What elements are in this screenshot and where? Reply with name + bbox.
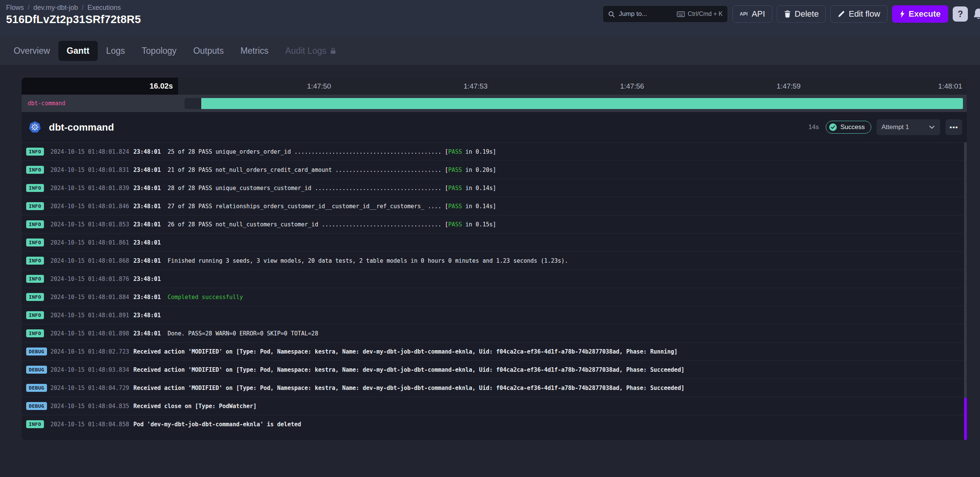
- log-message-part: in 0.14s]: [462, 203, 496, 210]
- log-level-cell: INFO: [26, 330, 50, 337]
- tab-label: Metrics: [240, 46, 268, 56]
- log-row: INFO2024-10-15 01:48:01.89123:48:01: [22, 306, 967, 324]
- execute-button[interactable]: Execute: [892, 5, 948, 23]
- log-message-part: 23:48:01: [134, 312, 161, 319]
- search-shortcut: Ctrl/Cmd + K: [677, 11, 723, 17]
- api-icon: API: [740, 11, 748, 17]
- breadcrumb-item[interactable]: dev.my-dbt-job: [33, 4, 78, 12]
- breadcrumb-item[interactable]: Flows: [6, 4, 24, 12]
- log-message-part: Finished running 3 seeds, 3 view models,…: [161, 257, 568, 264]
- tab-topology[interactable]: Topology: [134, 41, 185, 61]
- api-button[interactable]: API API: [733, 5, 772, 23]
- kubernetes-icon: [29, 121, 41, 134]
- log-level-badge: INFO: [26, 202, 44, 210]
- log-timestamp: 2024-10-15 01:48:02.723: [50, 348, 134, 355]
- log-message: 23:48:01: [134, 312, 161, 319]
- log-message-part: PASS: [448, 166, 462, 173]
- log-message-part: 26 of 28 PASS not_null_customers_custome…: [161, 221, 448, 228]
- pencil-icon: [837, 11, 845, 18]
- log-row: DEBUG2024-10-15 01:48:03.834Received act…: [22, 360, 967, 379]
- tab-label: Overview: [14, 46, 50, 56]
- tab-gantt[interactable]: Gantt: [58, 41, 98, 61]
- tab-logs[interactable]: Logs: [98, 41, 134, 61]
- log-message-part: Received action 'MODIFIED' on [Type: Pod…: [134, 348, 678, 355]
- more-options-button[interactable]: •••: [945, 119, 962, 135]
- gantt-task-row: dbt-command: [22, 95, 967, 112]
- search-placeholder: Jump to...: [619, 10, 647, 18]
- log-message-part: 23:48:01: [134, 185, 161, 192]
- jump-to-search[interactable]: Jump to... Ctrl/Cmd + K: [603, 5, 728, 23]
- log-row: INFO2024-10-15 01:48:01.86123:48:01: [22, 233, 967, 251]
- gantt-duration-label: 16.02s: [22, 78, 178, 95]
- tab-outputs[interactable]: Outputs: [185, 41, 232, 61]
- log-timestamp: 2024-10-15 01:48:04.858: [50, 421, 134, 428]
- help-icon: ?: [958, 9, 963, 19]
- log-timestamp: 2024-10-15 01:48:01.891: [50, 312, 134, 319]
- log-message-part: in 0.19s]: [462, 148, 496, 155]
- log-level-badge: INFO: [26, 239, 44, 246]
- log-message-part: 21 of 28 PASS not_null_orders_credit_car…: [161, 166, 448, 173]
- log-row: INFO2024-10-15 01:48:01.87623:48:01: [22, 269, 967, 288]
- log-message-part: Completed successfully: [167, 294, 243, 301]
- log-level-cell: DEBUG: [26, 402, 50, 410]
- log-message-part: Received action 'MODIFIED' on [Type: Pod…: [134, 385, 684, 391]
- log-scrollbar-thumb[interactable]: [964, 398, 967, 440]
- execute-button-label: Execute: [909, 9, 940, 19]
- topbar-actions: Jump to... Ctrl/Cmd + K API API Delete E…: [603, 5, 980, 23]
- task-duration: 14s: [808, 124, 819, 131]
- timeline-tick: 1:47:59: [776, 78, 800, 95]
- log-level-badge: INFO: [26, 220, 44, 228]
- api-button-label: API: [751, 9, 765, 19]
- gantt-task-bar[interactable]: [185, 98, 963, 109]
- log-level-badge: INFO: [26, 420, 44, 428]
- gantt-task-label: dbt-command: [28, 95, 65, 112]
- breadcrumb-item[interactable]: Executions: [88, 4, 121, 12]
- edit-flow-button-label: Edit flow: [848, 9, 880, 19]
- log-timestamp: 2024-10-15 01:48:01.898: [50, 330, 134, 337]
- log-level-badge: INFO: [26, 257, 44, 265]
- log-row: INFO2024-10-15 01:48:04.858Pod 'dev-my-d…: [22, 415, 967, 433]
- log-message-part: in 0.20s]: [462, 166, 496, 173]
- log-level-cell: INFO: [26, 184, 50, 192]
- log-message-part: 23:48:01: [134, 330, 161, 337]
- log-row: INFO2024-10-15 01:48:01.84623:48:01 27 o…: [22, 197, 967, 215]
- task-title: dbt-command: [49, 122, 114, 133]
- log-level-badge: DEBUG: [26, 402, 47, 410]
- tab-metrics[interactable]: Metrics: [232, 41, 277, 61]
- log-level-badge: DEBUG: [26, 384, 47, 392]
- log-timestamp: 2024-10-15 01:48:04.835: [50, 403, 134, 410]
- gantt-bar-created-segment: [185, 98, 201, 109]
- log-level-badge: INFO: [26, 147, 44, 155]
- timeline-tick: 1:48:01: [938, 78, 962, 95]
- log-scrollbar-track[interactable]: [964, 143, 967, 440]
- log-message-part: 27 of 28 PASS relationships_orders_custo…: [161, 203, 448, 210]
- delete-button[interactable]: Delete: [777, 5, 826, 23]
- notifications-button[interactable]: [972, 6, 980, 22]
- log-message: 23:48:01 25 of 28 PASS unique_orders_ord…: [134, 148, 496, 155]
- help-button[interactable]: ?: [953, 6, 968, 22]
- log-level-badge: INFO: [26, 275, 44, 283]
- log-level-cell: INFO: [26, 239, 50, 246]
- log-message: Pod 'dev-my-dbt-job-dbt-command-eknla' i…: [134, 421, 301, 428]
- log-message: 23:48:01 Completed successfully: [134, 294, 243, 301]
- log-level-badge: INFO: [26, 184, 44, 192]
- log-message-part: 23:48:01: [134, 166, 161, 173]
- log-message-part: 23:48:01: [134, 203, 161, 210]
- log-message: 23:48:01 27 of 28 PASS relationships_ord…: [134, 203, 496, 210]
- gantt-timeline-header: 16.02s 1:47:501:47:531:47:561:47:591:48:…: [22, 78, 967, 95]
- lock-icon: [330, 48, 336, 54]
- trash-icon: [784, 10, 791, 18]
- log-row: INFO2024-10-15 01:48:01.83923:48:01 28 o…: [22, 179, 967, 197]
- chevron-down-icon: [929, 124, 935, 131]
- attempt-select[interactable]: Attempt 1: [877, 119, 940, 135]
- log-level-badge: INFO: [26, 330, 44, 337]
- log-level-cell: INFO: [26, 147, 50, 155]
- log-message-part: PASS: [448, 148, 462, 155]
- log-message-part: 25 of 28 PASS unique_orders_order_id ...…: [161, 148, 448, 155]
- log-level-cell: INFO: [26, 202, 50, 210]
- task-header: dbt-command 14s Success Attempt 1 •••: [22, 112, 967, 143]
- tab-label: Logs: [106, 46, 125, 56]
- tab-label: Gantt: [67, 46, 89, 56]
- tab-overview[interactable]: Overview: [5, 41, 58, 61]
- edit-flow-button[interactable]: Edit flow: [830, 5, 887, 23]
